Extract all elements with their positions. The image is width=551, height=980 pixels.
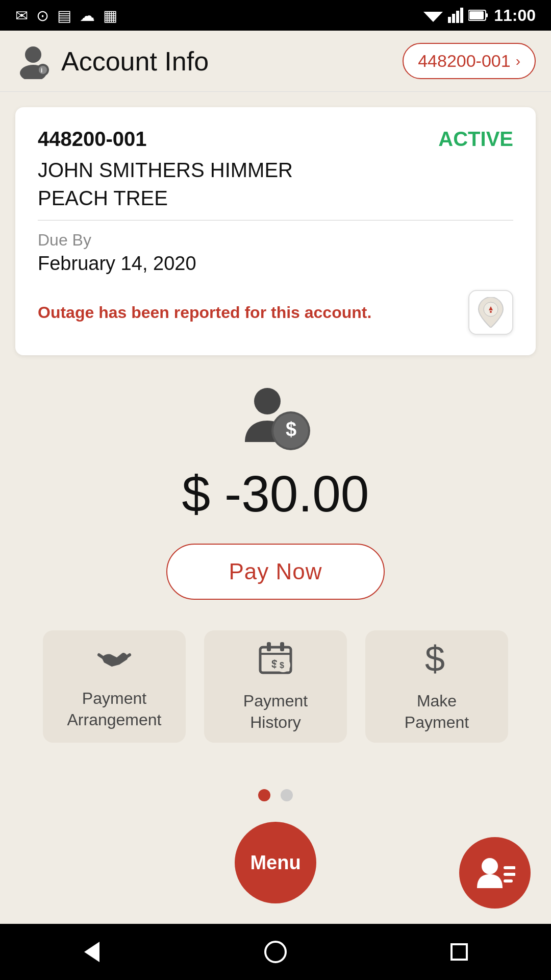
home-button[interactable] (255, 932, 296, 972)
back-button[interactable] (71, 932, 112, 972)
svg-rect-6 (469, 11, 484, 19)
svg-point-27 (482, 858, 498, 874)
account-location: PEACH TREE (38, 187, 513, 220)
balance-amount: $ -30.00 (182, 464, 369, 523)
main-content: 448200-001 ACTIVE JOHN SMITHERS HIMMER P… (0, 92, 551, 924)
svg-point-8 (25, 46, 41, 63)
svg-rect-21 (267, 642, 271, 651)
make-payment-label: MakePayment (405, 691, 469, 733)
payment-arrangement-button[interactable]: PaymentArrangement (43, 630, 186, 743)
payment-history-label: PaymentHistory (243, 691, 308, 733)
svg-point-32 (265, 942, 286, 962)
svg-text:$: $ (280, 661, 284, 670)
svg-text:i: i (41, 67, 42, 74)
svg-text:$: $ (425, 640, 445, 675)
account-holder-name: JOHN SMITHERS HIMMER (38, 159, 513, 182)
payment-arrangement-label: PaymentArrangement (67, 688, 162, 730)
account-status: ACTIVE (438, 128, 513, 151)
svg-marker-31 (84, 942, 99, 962)
svg-rect-22 (280, 642, 284, 651)
pay-now-button[interactable]: Pay Now (166, 544, 384, 600)
account-number: 448200-001 (38, 128, 147, 151)
action-row: PaymentArrangement $ $ PaymentHistory $ (0, 620, 551, 743)
header-left: i Account Info (15, 43, 209, 79)
svg-rect-4 (460, 8, 463, 23)
payment-history-button[interactable]: $ $ PaymentHistory (204, 630, 347, 743)
status-bar: ✉ ⊙ ▤ ☁ ▦ 11:00 (0, 0, 551, 31)
chevron-right-icon: › (516, 53, 520, 69)
account-badge-button[interactable]: 448200-001 › (403, 43, 536, 79)
due-label: Due By (38, 231, 513, 250)
dollar-sign-icon: $ (424, 640, 449, 682)
make-payment-button[interactable]: $ MakePayment (365, 630, 508, 743)
account-avatar-icon: i (15, 43, 51, 79)
circle-icon: ⊙ (36, 7, 49, 24)
svg-point-15 (254, 388, 281, 414)
account-badge-number: 448200-001 (418, 51, 511, 71)
gmail-icon: ✉ (15, 7, 28, 24)
wifi-icon (423, 8, 443, 23)
outage-row: Outage has been reported for this accoun… (38, 290, 513, 335)
calendar-dollar-icon: $ $ (258, 640, 293, 682)
signal-icon (448, 8, 463, 23)
recents-button[interactable] (439, 932, 480, 972)
balance-section: $ $ -30.00 Pay Now (0, 355, 551, 620)
svg-rect-7 (486, 13, 488, 17)
battery-icon (468, 9, 489, 21)
handshake-icon (96, 642, 132, 680)
svg-rect-33 (452, 944, 467, 960)
outage-report-button[interactable] (468, 290, 513, 335)
pagination-dot-1 (258, 789, 270, 801)
svg-point-14 (490, 311, 492, 313)
svg-rect-2 (452, 14, 455, 23)
due-date: February 14, 2020 (38, 253, 513, 275)
page-title: Account Info (61, 46, 209, 77)
header: i Account Info 448200-001 › (0, 31, 551, 92)
calendar-icon: ▦ (103, 7, 117, 24)
nav-bar (0, 924, 551, 980)
contact-fab-button[interactable] (459, 837, 531, 909)
pagination-dot-2 (281, 789, 293, 801)
svg-rect-1 (448, 17, 451, 23)
status-icons-left: ✉ ⊙ ▤ ☁ ▦ (15, 7, 117, 24)
cloud-icon: ☁ (80, 7, 95, 24)
pagination-dots (0, 789, 551, 812)
sim-icon: ▤ (57, 7, 71, 24)
svg-text:$: $ (286, 419, 296, 440)
outage-message: Outage has been reported for this accoun… (38, 303, 468, 322)
status-time: 11:00 (494, 6, 536, 25)
svg-rect-3 (456, 11, 459, 23)
svg-marker-0 (423, 12, 443, 22)
bottom-area: Menu (0, 812, 551, 924)
svg-point-11 (39, 66, 47, 74)
balance-icon: $ (235, 386, 316, 454)
menu-button[interactable]: Menu (235, 822, 316, 903)
card-top-row: 448200-001 ACTIVE (38, 128, 513, 151)
status-right: 11:00 (423, 6, 536, 25)
account-card: 448200-001 ACTIVE JOHN SMITHERS HIMMER P… (15, 107, 536, 355)
